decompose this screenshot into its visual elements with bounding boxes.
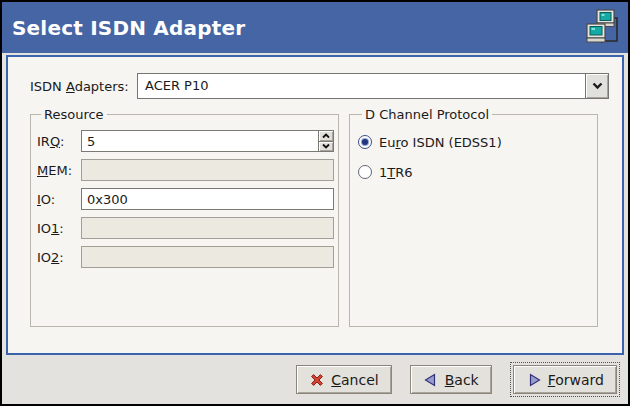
irq-spinbox [81,130,334,152]
adapter-row: ISDN Adapters: ACER P10 [30,73,609,99]
radio-1tr6[interactable]: 1TR6 [358,162,593,182]
io-field [81,188,334,210]
io1-label: IO1: [37,221,81,236]
mem-label: MEM: [37,163,81,178]
io2-row: IO2: [37,246,334,268]
radio-selected-icon[interactable] [358,135,372,149]
dialog-header: Select ISDN Adapter [2,2,628,53]
resource-group: Resource IRQ: [30,107,339,327]
page-title: Select ISDN Adapter [12,16,245,40]
io2-input [82,247,333,267]
irq-row: IRQ: [37,130,334,152]
isdn-adapter-combobox[interactable]: ACER P10 [137,73,609,99]
select-isdn-adapter-dialog: Select ISDN Adapter ISDN Adapters: [0,0,630,406]
back-button[interactable]: Back [410,365,492,394]
io-input[interactable] [82,189,333,209]
arrow-left-icon [423,372,439,388]
io1-field [81,217,334,239]
io-label: IO: [37,192,81,207]
spin-up-icon[interactable] [319,131,333,141]
irq-label: IRQ: [37,134,81,149]
forward-button-focus-ring: Forward [510,362,620,397]
radio-euro-isdn-label: Euro ISDN (EDSS1) [379,135,502,150]
forward-button-label: Forward [548,372,604,388]
button-bar: Cancel Back Forward [2,355,628,404]
io-row: IO: [37,188,334,210]
io1-row: IO1: [37,217,334,239]
forward-button[interactable]: Forward [513,365,617,394]
arrow-right-icon [526,372,542,388]
mem-row: MEM: [37,159,334,181]
radio-euro-isdn[interactable]: Euro ISDN (EDSS1) [358,132,593,152]
content-panel: ISDN Adapters: ACER P10 Resource IRQ: [6,55,624,355]
combobox-selected-value: ACER P10 [138,74,585,98]
dchannel-group-caption: D Channel Protocol [362,107,492,122]
dchannel-protocol-group: D Channel Protocol Euro ISDN (EDSS1) 1TR… [349,107,598,327]
back-button-label: Back [445,372,479,388]
mem-input [82,160,333,180]
cancel-button[interactable]: Cancel [296,365,391,394]
chevron-down-icon[interactable] [585,74,608,98]
spin-down-icon[interactable] [319,141,333,152]
cancel-x-icon [309,372,325,388]
radio-1tr6-label: 1TR6 [379,165,413,180]
adapter-label: ISDN Adapters: [30,79,137,94]
cancel-button-label: Cancel [331,372,378,388]
groups-row: Resource IRQ: [30,107,609,327]
radio-unselected-icon[interactable] [358,165,372,179]
resource-group-caption: Resource [41,107,107,122]
network-computers-icon [584,9,620,47]
mem-field [81,159,334,181]
irq-spin-buttons [318,131,333,151]
io1-input [82,218,333,238]
io2-label: IO2: [37,250,81,265]
io2-field [81,246,334,268]
irq-input[interactable] [82,131,318,151]
